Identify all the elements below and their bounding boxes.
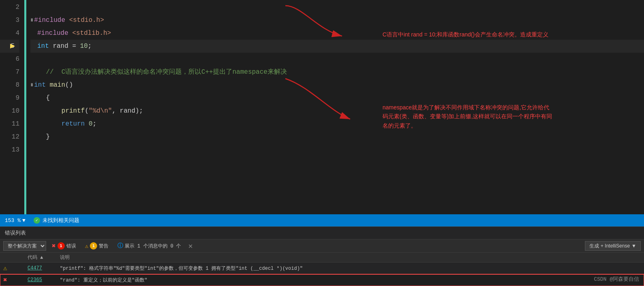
code-line-12[interactable]: } xyxy=(30,130,644,143)
warning-badge[interactable]: ⚠ 1 警告 xyxy=(82,241,112,250)
line-numbers: 2 3 4 5 6 7 8 9 10 11 12 13 xyxy=(0,0,24,214)
code-container: 2 3 4 5 6 7 8 9 10 11 12 13 ∎#include <s… xyxy=(0,0,644,214)
collapse-icon-3[interactable]: ∎ xyxy=(30,14,33,27)
editor-area: 2 3 4 5 6 7 8 9 10 11 12 13 ∎#include <s… xyxy=(0,0,644,214)
table-row[interactable]: ✖ C2365 "rand": 重定义；以前的定义是"函数" xyxy=(0,274,644,286)
col-description: 说明 xyxy=(57,253,644,263)
pp-include-2: #include xyxy=(37,27,68,40)
number-10: 10 xyxy=(80,40,88,53)
row-code-2[interactable]: C2365 xyxy=(24,274,57,286)
csdn-watermark: CSDN @阿森要自信 xyxy=(594,275,639,283)
error-x-icon: ✖ xyxy=(52,242,56,250)
row-num-2 xyxy=(12,274,24,286)
zoom-value: 153 % xyxy=(5,218,21,224)
code-line-4[interactable]: #include <stdlib.h> xyxy=(30,27,644,40)
error-badge-errors[interactable]: ✖ 1 错误 xyxy=(49,241,79,251)
check-circle-icon: ✓ xyxy=(34,217,40,224)
row-desc-1: "printf": 格式字符串"%d"需要类型"int"的参数，但可变参数 1 … xyxy=(57,263,644,274)
keyword-return: return xyxy=(62,117,85,130)
breakpoint-arrow: ▶ xyxy=(10,40,15,53)
error-panel: 错误列表 整个解决方案 ✖ 1 错误 ⚠ 1 警告 ⓘ 展示 1 个消息中的 0… xyxy=(0,226,644,286)
row-code-1[interactable]: C4477 xyxy=(24,263,57,274)
code-line-13[interactable] xyxy=(30,143,644,156)
status-zoom[interactable]: 153 % ▼ xyxy=(5,218,26,224)
collapse-icon-8[interactable]: ∎ xyxy=(30,79,33,92)
col-code: 代码 ▲ xyxy=(24,253,57,263)
fn-printf: printf xyxy=(62,105,85,117)
row-icon-err: ✖ xyxy=(0,274,12,286)
code-lines[interactable]: ∎#include <stdio.h> #include <stdlib.h> … xyxy=(26,0,644,214)
error-toolbar[interactable]: 整个解决方案 ✖ 1 错误 ⚠ 1 警告 ⓘ 展示 1 个消息中的 0 个 ✕ … xyxy=(0,239,644,253)
table-row[interactable]: ⚠ C4477 "printf": 格式字符串"%d"需要类型"int"的参数，… xyxy=(0,263,644,274)
warning-icon: ⚠ xyxy=(3,265,7,272)
errors-label: 错误 xyxy=(66,243,76,250)
intellisense-label: 生成 + IntelliSense xyxy=(589,243,630,250)
intellisense-dropdown-icon: ▼ xyxy=(631,243,636,249)
row-num-1 xyxy=(12,263,24,274)
status-no-issues: ✓ 未找到相关问题 xyxy=(34,217,79,224)
error-count: 1 xyxy=(57,242,65,250)
keyword-int-5: int xyxy=(37,40,49,53)
error-filter-select[interactable]: 整个解决方案 xyxy=(3,241,46,251)
warnings-label: 警告 xyxy=(99,243,108,250)
str-format: "%d\n" xyxy=(89,105,112,117)
no-issues-text: 未找到相关问题 xyxy=(43,217,79,224)
include-file-2: <stdlib.h> xyxy=(72,27,111,40)
zoom-dropdown-icon[interactable]: ▼ xyxy=(22,218,26,224)
code-line-3[interactable]: ∎#include <stdio.h> xyxy=(30,14,644,27)
code-line-2[interactable] xyxy=(30,1,644,14)
info-circle-icon: ⓘ xyxy=(117,242,123,250)
status-bar: 153 % ▼ ✓ 未找到相关问题 xyxy=(0,214,644,226)
warning-count: 1 xyxy=(90,242,97,250)
error-table: 代码 ▲ 说明 ⚠ C4477 "printf": 格式字符串"%d"需要类型"… xyxy=(0,253,644,286)
fn-main: main xyxy=(50,79,65,92)
warning-triangle-icon: ⚠ xyxy=(85,243,88,250)
col-num xyxy=(12,253,24,263)
intellisense-button[interactable]: 生成 + IntelliSense ▼ xyxy=(585,241,641,251)
code-line-8[interactable]: ∎int main() xyxy=(30,79,644,92)
error-icon: ✖ xyxy=(3,277,7,284)
error-code-link-1[interactable]: C4477 xyxy=(28,265,42,271)
error-code-link-2[interactable]: C2365 xyxy=(28,277,42,283)
code-line-11[interactable]: return 0; xyxy=(30,117,644,130)
comment-line-7: // C语言没办法解决类似这样的命名冲突问题，所以C++提出了namespace… xyxy=(30,66,287,79)
error-table-body: ⚠ C4477 "printf": 格式字符串"%d"需要类型"int"的参数，… xyxy=(0,263,644,286)
code-line-6[interactable] xyxy=(30,53,644,66)
filter-icon[interactable]: ✕ xyxy=(188,241,193,250)
code-line-5[interactable]: ▶ int rand = 10; xyxy=(30,40,644,53)
error-panel-title: 错误列表 xyxy=(0,227,644,239)
keyword-int-8: int xyxy=(34,79,46,92)
error-table-header: 代码 ▲ 说明 xyxy=(0,253,644,263)
include-file-1: <stdio.h> xyxy=(69,14,104,27)
code-line-10[interactable]: printf("%d\n", rand); xyxy=(30,105,644,117)
row-desc-2: "rand": 重定义；以前的定义是"函数" xyxy=(57,274,644,286)
code-line-9[interactable]: { xyxy=(30,92,644,105)
info-badge[interactable]: ⓘ 展示 1 个消息中的 0 个 xyxy=(114,241,184,250)
code-line-7[interactable]: // C语言没办法解决类似这样的命名冲突问题，所以C++提出了namespace… xyxy=(30,66,644,79)
col-icon xyxy=(0,253,12,263)
info-text: 展示 1 个消息中的 0 个 xyxy=(125,243,181,250)
number-0: 0 xyxy=(89,117,93,130)
pp-include-1: #include xyxy=(34,14,65,27)
row-icon-warn: ⚠ xyxy=(0,263,12,274)
